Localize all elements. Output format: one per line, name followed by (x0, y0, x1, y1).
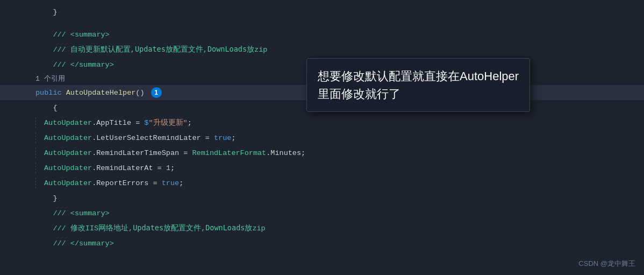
comment-text: /// <summary> (35, 209, 110, 217)
code-line: /// </summary> (0, 236, 644, 251)
code-area: } /// <summary> /// 自动更新默认配置,Updates放配置文… (0, 0, 644, 255)
comment-text: /// </summary> (35, 239, 114, 248)
comment-text: /// <summary> (35, 31, 110, 39)
tooltip-text: 想要修改默认配置就直接在AutoHelper里面修改就行了 (318, 67, 519, 103)
ref-count-label: 1 个引用 (35, 74, 65, 83)
comment-text: /// 自动更新默认配置,Updates放配置文件,DownLoads放zip (35, 45, 267, 54)
code-content: public AutoUpdateHelper () 1 (27, 87, 166, 98)
code-line: AutoUpdater . ReportErrors = true ; (0, 175, 644, 191)
method-parens: () (135, 89, 144, 97)
code-line: AutoUpdater . AppTitle = $ "升级更新" ; (0, 115, 644, 130)
code-content: } (27, 194, 58, 202)
code-line: } (0, 4, 644, 19)
tooltip-overlay: 想要修改默认配置就直接在AutoHelper里面修改就行了 (306, 58, 530, 112)
code-content: } (27, 8, 58, 16)
class-name: AutoUpdater (44, 134, 92, 142)
code-line: AutoUpdater . RemindLaterTimeSpan = Remi… (0, 145, 644, 160)
class-name: AutoUpdater (44, 149, 92, 157)
class-name: AutoUpdater (44, 119, 92, 127)
comment-text: /// 修改IIS网络地址,Updates放配置文件,DownLoads放zip (35, 223, 266, 233)
code-content: { (27, 104, 58, 112)
code-line: } (0, 191, 644, 206)
watermark: CSDN @龙中舞王 (578, 259, 635, 269)
code-line: AutoUpdater . LetUserSelectRemindLater =… (0, 130, 644, 145)
code-container: } /// <summary> /// 自动更新默认配置,Updates放配置文… (0, 0, 644, 275)
class-name: AutoUpdater (44, 179, 92, 187)
class-name: AutoUpdater (44, 164, 92, 172)
code-line: /// 修改IIS网络地址,Updates放配置文件,DownLoads放zip (0, 221, 644, 236)
code-content: AutoUpdater . RemindLaterTimeSpan = Remi… (27, 147, 305, 158)
code-line: /// <summary> (0, 27, 644, 42)
open-brace: { (35, 104, 58, 112)
code-content: /// <summary> (27, 209, 110, 217)
code-line: /// 自动更新默认配置,Updates放配置文件,DownLoads放zip (0, 42, 644, 57)
code-content: /// <summary> (27, 31, 110, 39)
code-content: AutoUpdater . RemindLaterAt = 1 ; (27, 163, 175, 173)
code-content: AutoUpdater . ReportErrors = true ; (27, 178, 183, 188)
code-content: /// 修改IIS网络地址,Updates放配置文件,DownLoads放zip (27, 223, 266, 233)
code-content: /// </summary> (27, 61, 114, 69)
keyword-public: public (35, 89, 66, 97)
reference-badge: 1 (151, 87, 162, 98)
code-content: AutoUpdater . AppTitle = $ "升级更新" ; (27, 117, 192, 128)
code-content: /// 自动更新默认配置,Updates放配置文件,DownLoads放zip (27, 45, 267, 54)
code-content: AutoUpdater . LetUserSelectRemindLater =… (27, 132, 236, 143)
code-line (0, 19, 644, 27)
method-name: AutoUpdateHelper (66, 89, 136, 97)
code-line: AutoUpdater . RemindLaterAt = 1 ; (0, 160, 644, 175)
comment-text: /// </summary> (35, 61, 114, 69)
code-content: /// </summary> (27, 239, 114, 248)
code-line: /// <summary> (0, 206, 644, 221)
